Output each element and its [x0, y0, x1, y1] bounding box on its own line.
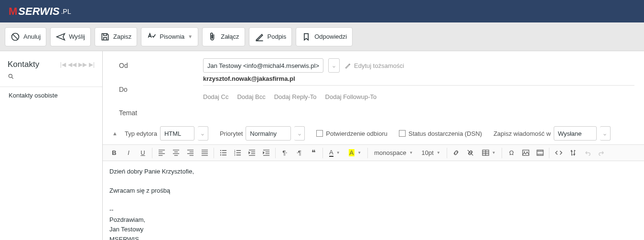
italic-button[interactable]: I [122, 146, 135, 160]
subject-label: Temat [112, 109, 203, 117]
save-in-label: Zapisz wiadomość w [494, 130, 551, 137]
editor-type-label: Typ edytora [125, 130, 157, 137]
align-left-button[interactable] [155, 146, 168, 160]
font-family-select[interactable]: monospace▼ [370, 146, 417, 160]
signature-icon [255, 32, 264, 42]
save-in-select[interactable]: Wysłane [554, 126, 597, 141]
svg-line-1 [13, 34, 18, 39]
attach-button[interactable]: Załącz [202, 27, 245, 46]
save-in-dropdown[interactable]: ⌵ [600, 126, 611, 141]
page-prev-icon[interactable]: ◀◀ [68, 61, 76, 68]
svg-point-12 [524, 151, 525, 152]
bold-button[interactable]: B [107, 146, 121, 160]
compose-options: ▲ Typ edytora HTML ⌵ Priorytet Normalny … [103, 122, 644, 145]
edit-identity-link[interactable]: Edytuj tożsamości [344, 62, 404, 69]
svg-text:3: 3 [234, 154, 236, 156]
add-cc-link[interactable]: Dodaj Cc [203, 93, 228, 100]
to-field[interactable]: krzysztof.nowak@jakasfirma.pl [203, 75, 634, 86]
collapse-options-icon[interactable]: ▲ [112, 131, 122, 136]
svg-line-3 [12, 77, 13, 79]
compose-area: Od Jan Testowy <info@michal4.mserwis.pl>… [103, 51, 644, 240]
save-icon [100, 32, 110, 42]
align-right-button[interactable] [183, 146, 197, 160]
blockquote-button[interactable]: ❝ [307, 146, 320, 160]
from-label: Od [112, 62, 203, 69]
from-select[interactable]: Jan Testowy <info@michal4.mserwis.pl> [203, 58, 323, 73]
ban-icon [11, 32, 20, 42]
sidebar-search[interactable] [0, 73, 102, 87]
priority-dropdown[interactable]: ⌵ [294, 126, 305, 141]
editor-type-select[interactable]: HTML [160, 126, 194, 141]
pencil-icon [344, 62, 351, 69]
unlink-button[interactable] [464, 146, 477, 160]
undo-button[interactable] [580, 146, 594, 160]
link-button[interactable] [450, 146, 463, 160]
send-icon [56, 32, 65, 42]
find-replace-button[interactable] [566, 146, 580, 160]
number-list-button[interactable]: 123 [231, 146, 244, 160]
search-icon [8, 73, 14, 80]
chevron-down-icon: ▼ [188, 34, 193, 39]
page-next-icon[interactable]: ▶▶ [78, 61, 87, 68]
page-last-icon[interactable]: ▶| [89, 61, 95, 68]
rtl-button[interactable]: ‹¶ [292, 146, 306, 160]
subject-input[interactable] [203, 109, 634, 117]
redo-button[interactable] [595, 146, 608, 160]
save-button[interactable]: Zapisz [95, 27, 137, 46]
message-body[interactable]: Dzień dobry Panie Krzysztofie, Zwracam s… [103, 161, 644, 240]
sidebar-title: Kontakty [8, 60, 39, 69]
outdent-button[interactable] [245, 146, 258, 160]
priority-label: Priorytet [220, 130, 243, 137]
source-button[interactable] [552, 146, 565, 160]
from-dropdown[interactable]: ⌵ [328, 58, 340, 73]
app-header: MSERWIS.PL [0, 0, 644, 22]
contacts-sidebar: Kontakty |◀ ◀◀ ▶▶ ▶| Kontakty osobiste [0, 51, 103, 240]
signature-button[interactable]: Podpis [249, 27, 292, 46]
spellcheck-icon [147, 32, 156, 42]
text-color-button[interactable]: A▼ [325, 146, 344, 160]
bullet-list-button[interactable] [216, 146, 230, 160]
add-replyto-link[interactable]: Dodaj Reply-To [274, 93, 317, 100]
table-button[interactable]: ▼ [478, 146, 500, 160]
main-area: Kontakty |◀ ◀◀ ▶▶ ▶| Kontakty osobiste O… [0, 51, 644, 240]
add-followupto-link[interactable]: Dodaj Followup-To [325, 93, 377, 100]
dsn-checkbox[interactable]: Status dostarczenia (DSN) [399, 130, 482, 137]
rich-text-toolbar: B I U 123 ¶› ‹¶ ❝ A▼ A▼ monospace▼ 10pt▼ [103, 145, 644, 161]
send-button[interactable]: Wyślij [50, 27, 91, 46]
svg-point-2 [9, 74, 12, 77]
spell-button[interactable]: Pisownia ▼ [141, 27, 198, 46]
logo: MSERWIS.PL [9, 5, 71, 18]
font-size-select[interactable]: 10pt▼ [418, 146, 444, 160]
cancel-button[interactable]: Anuluj [5, 27, 46, 46]
main-toolbar: Anuluj Wyślij Zapisz Pisownia ▼ Załącz P… [0, 22, 644, 51]
align-justify-button[interactable] [198, 146, 211, 160]
align-center-button[interactable] [169, 146, 182, 160]
paperclip-icon [208, 32, 217, 42]
priority-select[interactable]: Normalny [246, 126, 291, 141]
svg-point-4 [220, 150, 221, 151]
editor-type-dropdown[interactable]: ⌵ [198, 126, 208, 141]
bookmark-icon [301, 32, 311, 42]
image-button[interactable] [519, 146, 532, 160]
add-bcc-link[interactable]: Dodaj Bcc [237, 93, 265, 100]
sidebar-pager: |◀ ◀◀ ▶▶ ▶| [60, 61, 95, 68]
svg-point-5 [220, 152, 221, 153]
underline-button[interactable]: U [136, 146, 150, 160]
page-first-icon[interactable]: |◀ [60, 61, 66, 68]
svg-point-6 [220, 154, 221, 155]
responses-button[interactable]: Odpowiedzi [296, 27, 353, 46]
bg-color-button[interactable]: A▼ [345, 146, 365, 160]
sidebar-item-personal[interactable]: Kontakty osobiste [0, 87, 102, 104]
to-label: Do [112, 86, 203, 93]
media-button[interactable] [533, 146, 547, 160]
receipt-checkbox[interactable]: Potwierdzenie odbioru [316, 130, 387, 137]
ltr-button[interactable]: ¶› [278, 146, 291, 160]
indent-button[interactable] [259, 146, 273, 160]
special-char-button[interactable]: Ω [504, 146, 518, 160]
